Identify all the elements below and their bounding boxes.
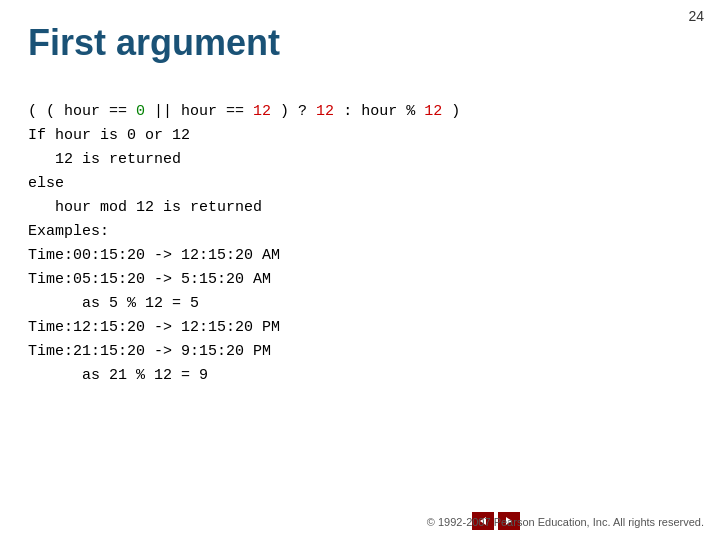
code-line-9: as 5 % 12 = 5 xyxy=(28,292,692,316)
code-line-8: Time:05:15:20 -> 5:15:20 AM xyxy=(28,268,692,292)
value-zero: 0 xyxy=(136,103,145,120)
value-twelve-2: 12 xyxy=(316,103,334,120)
content-area: ( ( hour == 0 || hour == 12 ) ? 12 : hou… xyxy=(28,100,692,388)
code-line-3: 12 is returned xyxy=(28,148,692,172)
slide-number: 24 xyxy=(688,8,704,24)
code-line-10: Time:12:15:20 -> 12:15:20 PM xyxy=(28,316,692,340)
code-line-11: Time:21:15:20 -> 9:15:20 PM xyxy=(28,340,692,364)
value-twelve-1: 12 xyxy=(253,103,271,120)
code-line-1: ( ( hour == 0 || hour == 12 ) ? 12 : hou… xyxy=(28,100,692,124)
code-line-2: If hour is 0 or 12 xyxy=(28,124,692,148)
code-line-4: else xyxy=(28,172,692,196)
code-line-12: as 21 % 12 = 9 xyxy=(28,364,692,388)
code-line-6: Examples: xyxy=(28,220,692,244)
value-twelve-3: 12 xyxy=(424,103,442,120)
footer-text: © 1992-2007 Pearson Education, Inc. All … xyxy=(427,516,704,528)
code-line-5: hour mod 12 is returned xyxy=(28,196,692,220)
page-title: First argument xyxy=(28,22,280,64)
code-line-7: Time:00:15:20 -> 12:15:20 AM xyxy=(28,244,692,268)
